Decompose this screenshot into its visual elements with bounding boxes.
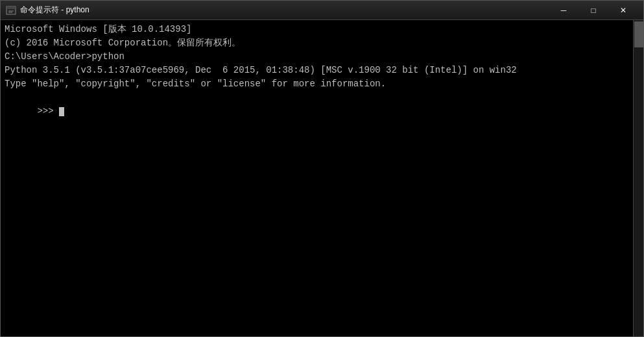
window-title: 命令提示符 - python — [20, 5, 549, 16]
title-bar: 命令提示符 - python ─ □ ✕ — [1, 1, 643, 20]
minimize-button[interactable]: ─ — [549, 1, 578, 20]
console-line-1: Microsoft Windows [版本 10.0.14393] — [5, 23, 639, 36]
console-line-5: Python 3.5.1 (v3.5.1:37a07cee5969, Dec 6… — [5, 64, 639, 77]
close-button[interactable]: ✕ — [608, 1, 638, 20]
cursor — [59, 107, 64, 116]
console-line-4: C:\Users\Acoder>python — [5, 50, 639, 64]
window-controls: ─ □ ✕ — [549, 1, 638, 20]
scrollbar-thumb[interactable] — [634, 21, 643, 47]
console-line-2: (c) 2016 Microsoft Corporation。保留所有权利。 — [5, 36, 639, 50]
console-line-6: Type "help", "copyright", "credits" or "… — [5, 77, 639, 91]
console-line-7: >>> — [5, 91, 639, 132]
svg-rect-1 — [6, 6, 16, 9]
scrollbar[interactable] — [633, 20, 643, 336]
console-output[interactable]: Microsoft Windows [版本 10.0.14393] (c) 20… — [1, 20, 643, 336]
window-icon — [6, 5, 16, 16]
cmd-window: 命令提示符 - python ─ □ ✕ Microsoft Windows [… — [0, 0, 644, 337]
maximize-button[interactable]: □ — [578, 1, 608, 20]
